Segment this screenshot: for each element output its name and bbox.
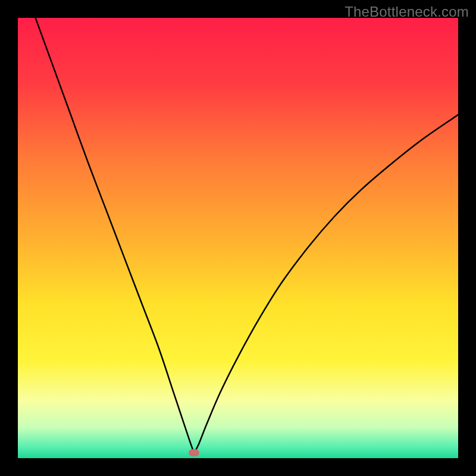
minimum-marker — [189, 449, 199, 456]
chart-frame: TheBottleneck.com — [0, 0, 476, 476]
bottleneck-curve — [18, 18, 458, 458]
plot-area — [18, 18, 458, 458]
watermark-text: TheBottleneck.com — [345, 4, 469, 20]
